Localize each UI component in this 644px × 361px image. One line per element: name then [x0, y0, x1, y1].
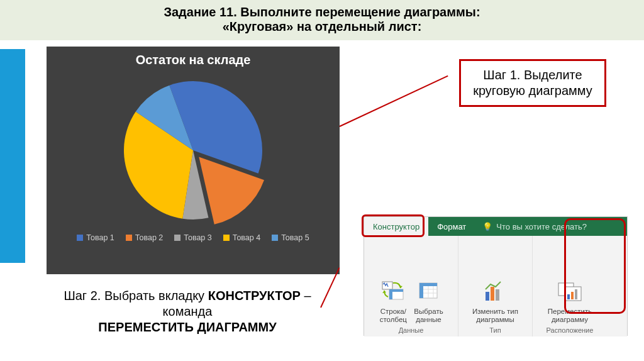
ribbon-tabs: Конструктор Формат 💡 Что вы хотите сдела… [364, 217, 627, 236]
move-chart-button[interactable]: Переместить диаграмму [545, 276, 594, 324]
svg-rect-19 [571, 292, 574, 299]
legend-label: Товар 3 [184, 233, 211, 242]
legend-item: Товар 2 [126, 233, 163, 242]
legend-item: Товар 4 [223, 233, 260, 242]
chart-legend: Товар 1Товар 2Товар 3Товар 4Товар 5 [47, 226, 340, 248]
svg-rect-15 [496, 289, 499, 301]
group-type-label: Тип [489, 326, 501, 334]
step2-callout: Шаг 2. Выбрать вкладку КОНСТРУКТОР – ком… [57, 286, 318, 338]
legend-swatch [223, 235, 230, 241]
task-header: Задание 11. Выполните перемещение диагра… [0, 0, 644, 40]
legend-item: Товар 1 [77, 233, 114, 242]
pie-chart-panel[interactable]: Остаток на складе Товар 1Товар 2Товар 3Т… [47, 47, 340, 274]
svg-rect-13 [486, 292, 489, 301]
svg-rect-3 [389, 289, 392, 299]
legend-label: Товар 4 [233, 233, 260, 242]
legend-swatch [126, 235, 132, 241]
ribbon-body: Строка/ столбец [364, 236, 627, 336]
legend-swatch [272, 235, 278, 241]
task-title-line1: Задание 11. Выполните перемещение диагра… [0, 5, 644, 19]
change-type-l2: диаграммы [476, 316, 514, 324]
change-chart-type-button[interactable]: Изменить тип диаграммы [470, 276, 521, 324]
svg-rect-20 [575, 289, 577, 299]
svg-rect-14 [491, 287, 494, 301]
svg-marker-4 [399, 286, 402, 288]
tell-me-search[interactable]: 💡 Что вы хотите сделать? [475, 217, 596, 236]
legend-label: Товар 1 [86, 233, 114, 242]
select-data-icon [414, 276, 443, 305]
svg-marker-5 [382, 291, 386, 293]
change-type-l1: Изменить тип [472, 308, 518, 316]
accent-stripe [0, 49, 25, 263]
step1-prefix: Шаг 1. [483, 68, 524, 82]
move-chart-icon [555, 276, 584, 305]
step2-bold1: КОНСТРУКТОР [208, 289, 301, 303]
move-chart-l1: Переместить [548, 308, 592, 316]
switch-rc-l1: Строка/ [380, 308, 406, 316]
svg-rect-18 [567, 294, 570, 299]
legend-label: Товар 2 [135, 233, 163, 242]
select-data-button[interactable]: Выбрать данные [411, 276, 445, 324]
tab-format-label: Формат [437, 222, 466, 231]
svg-rect-8 [419, 283, 423, 298]
legend-swatch [77, 235, 83, 241]
select-data-l1: Выбрать [414, 308, 443, 316]
move-chart-l2: диаграмму [552, 316, 588, 324]
lightbulb-icon: 💡 [482, 222, 492, 231]
step1-callout: Шаг 1. Выделите круговую диаграмму [459, 59, 606, 107]
group-data: Строка/ столбец [364, 236, 458, 336]
task-title-line2: «Круговая» на отдельный лист: [0, 19, 644, 34]
excel-ribbon: Конструктор Формат 💡 Что вы хотите сдела… [364, 216, 628, 336]
group-location-label: Расположение [547, 326, 594, 334]
switch-rc-l2: столбец [380, 316, 407, 324]
step2-bold2: ПЕРЕМЕСТИТЬ ДИАГРАММУ [98, 320, 276, 334]
step2-part1: Выбрать вкладку [104, 289, 208, 303]
tell-me-placeholder: Что вы хотите сделать? [496, 222, 587, 231]
chart-title: Остаток на складе [47, 47, 340, 72]
group-location: Переместить диаграмму Расположение [533, 236, 607, 336]
pie-chart [111, 75, 275, 226]
tab-designer-label: Конструктор [373, 222, 419, 231]
legend-label: Товар 5 [281, 233, 309, 242]
change-chart-type-icon [481, 276, 510, 305]
group-data-label: Данные [399, 326, 424, 334]
legend-swatch [174, 235, 180, 241]
legend-item: Товар 5 [272, 233, 309, 242]
step2-prefix: Шаг 2. [64, 289, 104, 303]
select-data-l2: данные [416, 316, 441, 324]
tab-format[interactable]: Формат [428, 217, 475, 236]
tab-designer[interactable]: Конструктор [364, 217, 428, 236]
group-type: Изменить тип диаграммы Тип [458, 236, 533, 336]
legend-item: Товар 3 [174, 233, 211, 242]
callout-line-step1 [340, 75, 448, 127]
switch-row-column-button[interactable]: Строка/ столбец [376, 276, 410, 324]
switch-row-column-icon [379, 276, 408, 305]
